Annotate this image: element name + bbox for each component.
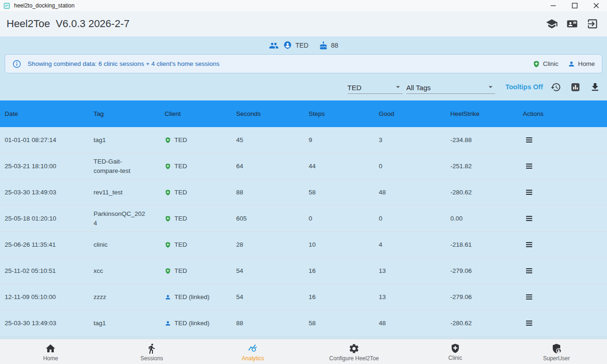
cell-client-name: TED xyxy=(174,267,187,274)
cell-good: 13 xyxy=(374,293,446,300)
app-icon xyxy=(4,3,10,9)
main-content: TED 88 Showing combined data: 6 clinic s… xyxy=(0,36,607,339)
row-actions-menu-button[interactable] xyxy=(524,187,535,197)
cell-seconds: 88 xyxy=(231,189,304,196)
cell-client: TED xyxy=(160,215,231,222)
chart-view-icon[interactable] xyxy=(570,82,581,93)
nav-item-configure[interactable]: Configure Heel2Toe xyxy=(304,339,405,364)
page-title: Heel2Toe V6.0.3 2026-2-7 xyxy=(7,18,130,30)
banner-message: Showing combined data: 6 clinic sessions… xyxy=(28,60,219,67)
cell-tag: zzzz xyxy=(89,293,160,302)
contact-card-icon[interactable] xyxy=(566,18,578,30)
maximize-icon xyxy=(570,0,580,11)
clinic-shield-icon xyxy=(165,242,171,248)
banner-legend: Clinic Home xyxy=(533,60,595,68)
row-actions-menu-button[interactable] xyxy=(524,214,535,223)
cell-date: 25-11-02 05:10:51 xyxy=(0,267,89,274)
column-header-client: Client xyxy=(160,110,231,117)
menu-icon xyxy=(525,136,534,144)
row-actions-menu-button[interactable] xyxy=(524,161,535,171)
cell-date: 12-11-09 05:10:00 xyxy=(0,293,89,300)
cell-heelstrike: -218.61 xyxy=(446,241,518,248)
table-row: 25-03-21 18:10:00 TED-Gait-compare-test … xyxy=(0,153,607,179)
cell-client: TED (linked) xyxy=(160,320,231,327)
cell-good: 0 xyxy=(374,215,446,222)
history-icon[interactable] xyxy=(550,82,561,93)
analytics-icon xyxy=(247,343,259,354)
tags-select[interactable]: All Tags xyxy=(406,80,495,94)
cell-date: 01-01-01 08:27:14 xyxy=(0,136,89,143)
row-actions-menu-button[interactable] xyxy=(524,318,535,328)
nav-item-sessions[interactable]: Sessions xyxy=(101,339,202,364)
cell-date: 25-05-18 01:20:10 xyxy=(0,215,89,222)
column-header-seconds: Seconds xyxy=(231,110,304,117)
cell-steps: 9 xyxy=(304,136,374,143)
clinic-shield-icon xyxy=(165,137,171,143)
maximize-button[interactable] xyxy=(564,0,585,11)
menu-icon xyxy=(525,241,534,249)
client-select[interactable]: TED xyxy=(347,80,403,94)
cell-date: 25-06-26 11:35:41 xyxy=(0,241,89,248)
walking-person-icon xyxy=(146,343,157,354)
clinic-shield-icon xyxy=(165,215,171,222)
tooltips-toggle[interactable]: Tooltips Off xyxy=(506,83,543,91)
clinic-shield-icon xyxy=(165,163,171,170)
nav-label-sessions: Sessions xyxy=(140,355,163,362)
cell-tag: clinic xyxy=(89,240,160,250)
row-actions-menu-button[interactable] xyxy=(524,240,535,250)
cell-client-name: TED (linked) xyxy=(174,320,210,327)
cell-client: TED xyxy=(160,136,231,143)
cell-steps: 16 xyxy=(304,293,374,300)
cell-seconds: 64 xyxy=(231,163,304,170)
cell-steps: 10 xyxy=(304,241,374,248)
cell-client: TED xyxy=(160,189,231,196)
menu-icon xyxy=(525,214,534,222)
legend-clinic: Clinic xyxy=(533,60,558,68)
row-actions-menu-button[interactable] xyxy=(524,292,535,302)
table-header: Date Tag Client Seconds Steps Good HeelS… xyxy=(0,100,607,127)
cell-client: TED xyxy=(160,241,231,248)
legend-home: Home xyxy=(568,60,595,68)
column-header-date: Date xyxy=(0,110,89,117)
window-title: heel2to_docking_station xyxy=(14,2,74,9)
tags-select-value: All Tags xyxy=(406,84,486,92)
filter-row: TED All Tags Tooltips Off xyxy=(0,73,607,100)
cell-steps: 16 xyxy=(304,267,374,274)
close-button[interactable] xyxy=(585,0,607,11)
nav-item-clinic[interactable]: Clinic xyxy=(405,339,506,364)
cell-date: 25-03-30 13:49:03 xyxy=(0,189,89,196)
menu-icon xyxy=(525,188,534,196)
table-row: 12-11-09 05:10:00 zzzz TED (linked) 54 1… xyxy=(0,284,607,310)
education-icon[interactable] xyxy=(546,18,558,30)
cell-date: 25-03-30 13:49:03 xyxy=(0,320,89,327)
group-icon xyxy=(269,41,279,50)
chevron-down-icon xyxy=(393,82,403,92)
close-icon xyxy=(591,0,601,11)
legend-home-label: Home xyxy=(578,60,595,67)
info-icon xyxy=(12,59,22,69)
minimize-button[interactable] xyxy=(542,0,564,11)
home-person-icon xyxy=(165,320,171,327)
cell-client: TED xyxy=(160,163,231,170)
download-icon[interactable] xyxy=(590,82,600,93)
table-row: 25-06-26 11:35:41 clinic TED 28 10 4 -21… xyxy=(0,232,607,258)
row-actions-menu-button[interactable] xyxy=(524,135,535,145)
cell-heelstrike: -279.06 xyxy=(446,267,518,274)
cell-good: 0 xyxy=(374,163,446,170)
cell-steps: 0 xyxy=(304,215,374,222)
logout-icon[interactable] xyxy=(586,18,599,30)
row-actions-menu-button[interactable] xyxy=(524,266,535,276)
cell-good: 3 xyxy=(374,136,446,143)
clinic-shield-icon xyxy=(165,268,171,274)
nav-label-analytics: Analytics xyxy=(242,355,264,362)
superuser-shield-icon xyxy=(551,343,562,354)
nav-item-analytics[interactable]: Analytics xyxy=(202,339,304,364)
nav-item-home[interactable]: Home xyxy=(0,339,101,364)
nav-item-superuser[interactable]: SuperUser xyxy=(506,339,607,364)
table-row: 25-05-18 01:20:10 ParkinsonQC_2024 TED 6… xyxy=(0,206,607,232)
cell-tag: xcc xyxy=(89,266,160,276)
table-row: 25-11-02 05:10:51 xcc TED 54 16 13 -279.… xyxy=(0,258,607,284)
gear-icon xyxy=(348,343,360,354)
cell-seconds: 88 xyxy=(231,320,304,327)
bottom-navigation: Home Sessions Analytics Configure Heel2T… xyxy=(0,339,607,364)
